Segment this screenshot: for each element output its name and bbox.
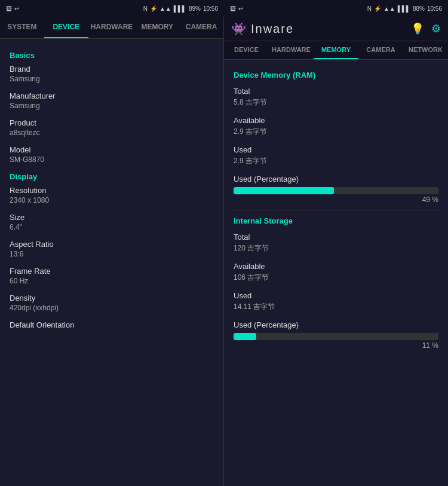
left-bt-icon: ⚡ [150,5,157,12]
left-back-icon: ↩ [14,5,19,12]
ram-percent-label: Used (Percentage) [234,175,438,184]
right-system-icons: N ⚡ ▲▲ ▌▌▌ 88% 10:56 [367,5,442,12]
model-value: SM-G8870 [10,155,214,164]
right-panel: 👾 Inware 💡 ⚙ DEVICE HARDWARE MEMORY CAME… [224,17,448,486]
size-label: Size [10,213,214,222]
storage-progress-bar-bg [234,333,438,340]
basics-section-header: Basics [10,51,214,60]
manufacturer-value: Samsung [10,102,214,110]
storage-section-title: Internal Storage [234,216,438,225]
orientation-item: Default Orientation [10,320,214,329]
product-value: a8sqltezc [10,129,214,137]
right-network-icon: N [367,5,372,12]
left-status-icons: 🖼 ↩ [6,5,19,12]
ram-usage-progress: Used (Percentage) 49 % [234,175,438,204]
right-app-header: 👾 Inware 💡 ⚙ [224,17,448,41]
tab-camera[interactable]: CAMERA [179,17,223,38]
left-content: Basics Brand Samsung Manufacturer Samsun… [0,39,223,486]
product-label: Product [10,118,214,127]
brand-value: Samsung [10,75,214,83]
storage-progress-bar-fill [234,333,256,340]
brand-label: Brand [10,65,214,74]
storage-used-value: 14.11 吉字节 [234,302,438,312]
ram-total-item: Total 5.8 吉字节 [234,87,438,108]
ram-section-title: Device Memory (RAM) [234,71,438,80]
status-bar-right: 🖼 ↩ N ⚡ ▲▲ ▌▌▌ 88% 10:56 [224,0,448,17]
tab-system[interactable]: SYSTEM [0,17,44,38]
left-time: 10:50 [203,5,218,12]
logo-icon: 👾 [231,22,246,36]
size-item: Size 6.4" [10,213,214,231]
ram-percent-display: 49 % [234,195,438,204]
section-divider [234,210,438,210]
tab-device[interactable]: DEVICE [44,17,88,38]
app-logo: 👾 Inware [231,22,294,36]
frame-rate-value: 60 Hz [10,277,214,285]
product-item: Product a8sqltezc [10,118,214,137]
right-tab-memory[interactable]: MEMORY [314,41,358,59]
left-tab-bar: SYSTEM DEVICE HARDWARE MEMORY CAMERA [0,17,223,39]
right-tab-hardware[interactable]: HARDWARE [269,41,314,59]
manufacturer-item: Manufacturer Samsung [10,91,214,110]
left-signal-icon: ▌▌▌ [174,5,186,12]
ram-available-label: Available [234,116,438,125]
storage-available-value: 106 吉字节 [234,273,438,283]
frame-rate-label: Frame Rate [10,267,214,276]
size-value: 6.4" [10,223,214,231]
left-media-icon: 🖼 [6,5,12,12]
left-battery: 89% [189,5,201,12]
storage-total-label: Total [234,233,438,242]
resolution-value: 2340 x 1080 [10,196,214,204]
tab-memory[interactable]: MEMORY [135,17,179,38]
storage-total-value: 120 吉字节 [234,243,438,253]
right-signal-icon: ▌▌▌ [398,5,410,12]
aspect-ratio-value: 13:6 [10,250,214,258]
storage-used-label: Used [234,291,438,300]
ram-available-item: Available 2.9 吉字节 [234,116,438,137]
density-value: 420dpi (xxhdpi) [10,304,214,312]
storage-available-label: Available [234,262,438,271]
right-tab-camera[interactable]: CAMERA [358,41,403,59]
ram-progress-bar-bg [234,187,438,194]
density-label: Density [10,294,214,302]
left-panel: SYSTEM DEVICE HARDWARE MEMORY CAMERA Bas… [0,17,224,486]
model-item: Model SM-G8870 [10,145,214,164]
left-network-icon: N [143,5,148,12]
left-system-icons: N ⚡ ▲▲ ▌▌▌ 89% 10:50 [143,5,218,12]
manufacturer-label: Manufacturer [10,91,214,100]
logo-text: Inware [251,22,294,36]
main-content: SYSTEM DEVICE HARDWARE MEMORY CAMERA Bas… [0,17,448,486]
bulb-icon[interactable]: 💡 [411,22,424,35]
resolution-item: Resolution 2340 x 1080 [10,186,214,204]
storage-percent-display: 11 % [234,341,438,350]
right-tab-network[interactable]: NETWORK [403,41,448,59]
right-battery: 88% [413,5,425,12]
display-section-header: Display [10,172,214,181]
right-tab-device[interactable]: DEVICE [224,41,269,59]
ram-total-label: Total [234,87,438,96]
density-item: Density 420dpi (xxhdpi) [10,294,214,312]
status-bar-left: 🖼 ↩ N ⚡ ▲▲ ▌▌▌ 89% 10:50 [0,0,224,17]
header-action-icons: 💡 ⚙ [411,22,441,35]
ram-available-value: 2.9 吉字节 [234,127,438,137]
right-wifi-icon: ▲▲ [383,5,395,12]
aspect-ratio-item: Aspect Ratio 13:6 [10,240,214,258]
storage-total-item: Total 120 吉字节 [234,233,438,253]
right-status-icons-left: 🖼 ↩ [230,5,243,12]
storage-available-item: Available 106 吉字节 [234,262,438,283]
ram-used-label: Used [234,145,438,154]
right-back-icon: ↩ [238,5,243,12]
ram-total-value: 5.8 吉字节 [234,97,438,108]
storage-percent-label: Used (Percentage) [234,320,438,329]
status-bars: 🖼 ↩ N ⚡ ▲▲ ▌▌▌ 89% 10:50 🖼 ↩ N ⚡ ▲▲ ▌▌▌ … [0,0,448,17]
storage-used-item: Used 14.11 吉字节 [234,291,438,312]
right-tab-bar: DEVICE HARDWARE MEMORY CAMERA NETWORK [224,41,448,60]
ram-progress-bar-fill [234,187,334,194]
ram-used-value: 2.9 吉字节 [234,156,438,166]
left-wifi-icon: ▲▲ [159,5,171,12]
tab-hardware[interactable]: HARDWARE [88,17,136,38]
settings-icon[interactable]: ⚙ [431,22,441,35]
right-media-icon: 🖼 [230,5,236,12]
right-time: 10:56 [427,5,442,12]
right-bt-icon: ⚡ [374,5,381,12]
